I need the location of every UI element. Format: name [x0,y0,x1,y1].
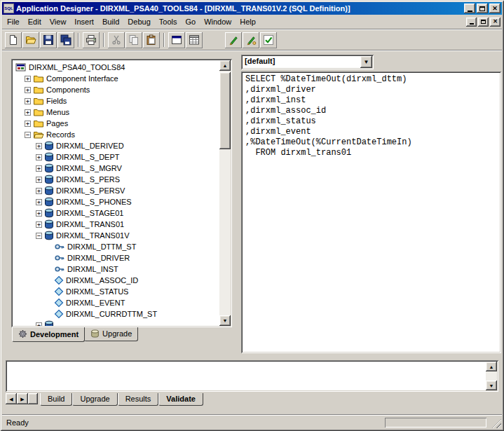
expand-icon[interactable]: + [25,87,31,93]
titlebar[interactable]: SQL Application Designer - DIRXML_PSA40_… [2,2,502,15]
scrollbar-track[interactable] [219,71,231,315]
tab-validate[interactable]: Validate [158,393,203,406]
tree-scrollbar[interactable]: ▲ ▼ [219,60,231,326]
tree-item-field[interactable]: DIRXML_CURRDTTM_ST [14,308,219,320]
dropdown-button[interactable]: ▼ [360,56,372,68]
validate-sql-button[interactable] [260,32,277,48]
scrollbar-track[interactable] [486,371,497,381]
output-hscrollbar[interactable]: ◀ ▶ [6,393,38,404]
project-workspace-button[interactable] [186,32,203,48]
scroll-up-button[interactable]: ▲ [219,60,231,71]
application-window: SQL Application Designer - DIRXML_PSA40_… [0,0,504,431]
output-window[interactable]: ▲ ▼ [6,360,498,392]
mdi-minimize-icon [470,23,474,25]
scroll-down-button[interactable]: ▼ [486,381,497,390]
mdi-minimize-button[interactable] [466,18,477,27]
scroll-right-button[interactable]: ▶ [17,393,28,404]
tree-item-label: DIRXML_CURRDTTM_ST [66,310,157,318]
expand-icon[interactable]: + [36,210,42,217]
tree-item-field[interactable]: DIRXML_DRIVER [14,252,219,264]
menu-file[interactable]: File [3,15,24,28]
expand-icon[interactable]: + [36,199,42,205]
expand-icon[interactable]: + [25,121,31,127]
sql-editor[interactable]: SELECT %DateTimeOut(dirxml_dttm) ,dirxml… [241,71,501,353]
output-scrollbar[interactable]: ▲ ▼ [486,362,497,390]
tree-item-record[interactable]: + DIRXML_S_DEPT [14,151,219,163]
menu-help[interactable]: Help [236,15,260,28]
expand-icon[interactable]: + [36,177,42,183]
menu-tools[interactable]: Tools [155,15,182,28]
save-button[interactable] [40,32,57,48]
tree-item-record-expanded[interactable]: − DIRXML_TRANS01V [14,230,219,241]
tab-results[interactable]: Results [118,393,159,406]
tree-item-menus[interactable]: + Menus [14,107,219,118]
tree-item-field[interactable]: DIRXML_INST [14,264,219,275]
sql-alias-button[interactable] [243,32,259,48]
tree-item-project-root[interactable]: DIRXML_PSA40_TOOLS84 [14,62,219,73]
collapse-icon[interactable]: − [25,132,31,138]
tab-upgrade[interactable]: Upgrade [84,327,138,341]
menu-build[interactable]: Build [98,15,123,28]
sql-scope-dropdown[interactable]: [default] ▼ [241,55,374,69]
tree-item-field[interactable]: DIRXML_EVENT [14,297,219,308]
expand-icon[interactable]: + [25,76,31,82]
tree-item-clipped[interactable]: + [14,320,219,326]
menu-edit[interactable]: Edit [24,15,46,28]
tree-item-record[interactable]: + DIRXML_STAGE01 [14,207,219,219]
expand-icon[interactable]: + [36,143,42,149]
open-button[interactable] [22,32,39,48]
menu-view[interactable]: View [46,15,71,28]
minimize-button[interactable] [464,4,475,13]
tree-item-label: Component Interface [46,74,118,83]
scroll-down-button[interactable]: ▼ [219,315,231,326]
expand-icon[interactable]: + [36,188,42,194]
expand-icon[interactable]: + [36,221,42,228]
expand-icon[interactable]: + [25,98,31,104]
menu-window[interactable]: Window [200,15,236,28]
expand-icon[interactable]: + [36,165,42,172]
tree-item-record[interactable]: + DIRXML_TRANS01 [14,219,219,230]
scroll-up-button[interactable]: ▲ [486,362,497,371]
scroll-left-button[interactable]: ◀ [6,393,17,404]
tree-item-records[interactable]: − Records [14,129,219,140]
save-all-button[interactable] [57,32,74,48]
mdi-close-button[interactable]: ✕ [490,18,500,27]
cut-button[interactable] [108,32,125,48]
expand-icon[interactable]: + [25,109,31,116]
tab-upgrade-output[interactable]: Upgrade [72,393,117,406]
close-button[interactable]: ✕ [489,4,500,13]
tree-item-field[interactable]: DIRXML_DTTM_ST [14,241,219,252]
tree-item-record[interactable]: + DIRXML_S_PHONES [14,196,219,207]
new-button[interactable] [5,32,22,48]
sql-line: ,%DateTimeOut(%CurrentDateTimeIn) [245,137,500,148]
tree-item-component-interface[interactable]: + Component Interface [14,73,219,84]
expand-icon[interactable]: + [36,154,42,160]
print-button[interactable] [83,32,100,48]
menu-insert[interactable]: Insert [70,15,98,28]
definition-properties-button[interactable] [168,32,185,48]
tree-item-field[interactable]: DIRXML_STATUS [14,286,219,297]
collapse-icon[interactable]: − [36,233,42,239]
edit-sql-button[interactable] [225,32,242,48]
tree-item-pages[interactable]: + Pages [14,118,219,129]
menu-debug[interactable]: Debug [123,15,154,28]
resize-grip[interactable] [492,419,501,428]
tab-build[interactable]: Build [40,393,72,406]
restore-button[interactable] [477,4,488,13]
expand-icon[interactable]: + [36,322,42,327]
tree-item-record[interactable]: + DIRXML_DERIVED [14,140,219,151]
scrollbar-thumb[interactable] [28,393,38,404]
tree-item-record[interactable]: + DIRXML_S_PERSV [14,185,219,196]
mdi-restore-button[interactable] [478,18,489,27]
tree-item-field[interactable]: DIRXML_ASSOC_ID [14,275,219,286]
copy-button[interactable] [125,32,142,48]
record-icon [44,185,54,196]
tab-development[interactable]: Development [12,327,85,342]
tree-item-record[interactable]: + DIRXML_S_PERS [14,174,219,185]
paste-button[interactable] [143,32,160,48]
scrollbar-thumb[interactable] [219,72,231,149]
tree-item-components[interactable]: + Components [14,84,219,95]
tree-item-record[interactable]: + DIRXML_S_MGRV [14,163,219,174]
tree-item-fields[interactable]: + Fields [14,95,219,107]
menu-go[interactable]: Go [181,15,200,28]
